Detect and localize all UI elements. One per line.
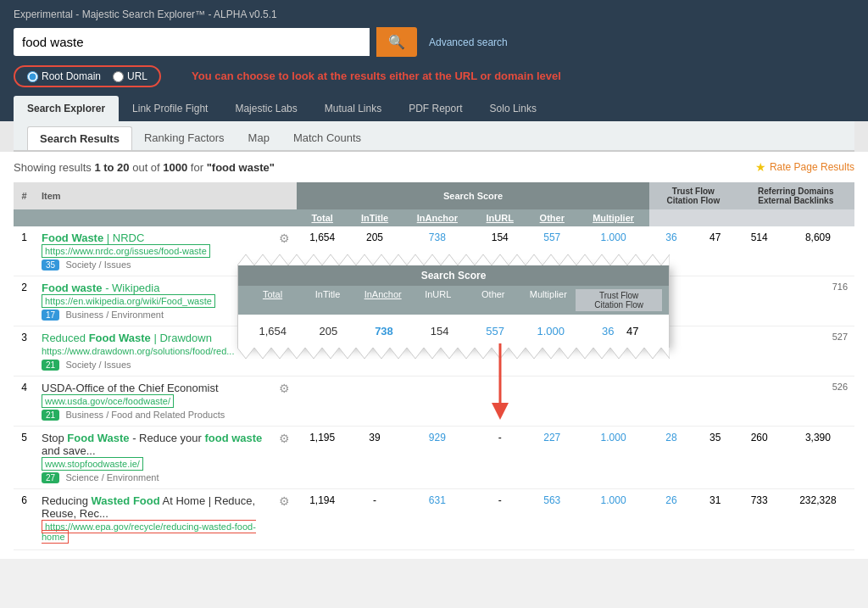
item-title: USDA-Office of the Chief Economist: [42, 382, 265, 394]
url-text[interactable]: www.usda.gov/oce/foodwaste/: [42, 394, 174, 408]
trust-link[interactable]: 26: [665, 494, 676, 506]
url-text[interactable]: https://www.nrdc.org/issues/food-waste: [42, 244, 210, 258]
advanced-search-link[interactable]: Advanced search: [429, 36, 508, 48]
backlinks-cell: 3,390: [782, 427, 854, 489]
gear-cell[interactable]: ⚙: [272, 427, 297, 489]
col-search-score: Search Score: [297, 182, 649, 209]
search-score-empty: [297, 276, 649, 326]
table-row: 6 Reducing Wasted Food At Home | Reduce,…: [14, 489, 854, 550]
gear-icon: ⚙: [279, 231, 290, 245]
trust-link[interactable]: 36: [665, 231, 676, 243]
sub-col-other[interactable]: Other: [540, 213, 565, 223]
sub-tab-ranking-factors[interactable]: Ranking Factors: [132, 126, 236, 150]
title-text: USDA-Office of the Chief Economist: [42, 382, 219, 394]
sub-tab-map[interactable]: Map: [236, 126, 281, 150]
radio-row: Root Domain URL You can choose to look a…: [14, 65, 854, 87]
inanchor-link[interactable]: 631: [429, 494, 446, 506]
url-text[interactable]: https://www.drawdown.org/solutions/food/…: [42, 346, 234, 356]
url-text[interactable]: https://en.wikipedia.org/wiki/Food_waste: [42, 294, 215, 308]
title-bold: Food Waste: [67, 432, 129, 444]
tab-link-profile-fight[interactable]: Link Profile Fight: [119, 96, 221, 121]
trust-link[interactable]: 28: [665, 432, 676, 443]
other-link[interactable]: 557: [543, 231, 560, 243]
inanchor-link[interactable]: 929: [429, 432, 446, 443]
sub-tab-match-counts[interactable]: Match Counts: [281, 126, 373, 150]
intitle-cell: 205: [348, 226, 401, 276]
showing-info: Showing results 1 to 20 out of 1000 for …: [14, 161, 275, 174]
url-radio[interactable]: [113, 71, 124, 82]
gear-cell[interactable]: ⚙: [272, 226, 297, 276]
sub-col-multiplier[interactable]: Multiplier: [593, 213, 634, 223]
item-category: 27 Science / Environment: [42, 471, 265, 483]
citation-flow-cell: [693, 276, 737, 326]
table-row: 1 Food Waste | NRDC https://www.nrdc.org…: [14, 226, 854, 276]
url-text[interactable]: https://www.epa.gov/recycle/reducing-was…: [42, 520, 256, 544]
sub-col-intitle[interactable]: InTitle: [361, 213, 388, 223]
tab-solo-links[interactable]: Solo Links: [476, 96, 550, 121]
sub-tab-search-results[interactable]: Search Results: [27, 126, 132, 150]
sub-col-inurl[interactable]: InURL: [487, 213, 514, 223]
search-button[interactable]: 🔍: [376, 27, 417, 57]
row-item: Reduced Food Waste | Drawdown https://ww…: [35, 326, 272, 377]
gear-icon: ⚙: [279, 332, 290, 345]
title-bold: Wasted Food: [92, 494, 160, 507]
row-item: Food Waste | NRDC https://www.nrdc.org/i…: [35, 226, 272, 276]
intitle-cell: 39: [348, 427, 401, 489]
gear-cell[interactable]: ⚙: [272, 489, 297, 550]
gear-cell[interactable]: ⚙: [272, 326, 297, 377]
app-title: Experimental - Majestic Search Explorer™…: [14, 8, 854, 20]
url-text[interactable]: www.stopfoodwaste.ie/: [42, 457, 143, 471]
trust-flow-cell: [649, 377, 693, 427]
category-text: Business / Environment: [65, 310, 164, 320]
other-cell: 227: [527, 427, 578, 489]
sub-col-total[interactable]: Total: [311, 213, 332, 223]
total-cell: 1,195: [297, 427, 348, 489]
title-prefix: Reducing: [42, 494, 92, 507]
multiplier-link[interactable]: 1.000: [601, 231, 626, 243]
col-gear: [272, 182, 297, 209]
category-text: Society / Issues: [65, 259, 131, 270]
item-url: https://www.epa.gov/recycle/reducing-was…: [42, 522, 265, 542]
title-end: and save...: [42, 444, 96, 457]
sub-col-inanchor[interactable]: InAnchor: [417, 213, 458, 223]
star-icon: ★: [755, 160, 766, 174]
title-prefix: Stop: [42, 432, 67, 444]
trust-flow-cell: [649, 276, 693, 326]
backlinks-cell: 8,609: [782, 226, 854, 276]
col-referring-domains: Referring DomainsExternal Backlinks: [737, 182, 854, 209]
title-bold: Food waste: [42, 282, 103, 294]
root-domain-radio[interactable]: [27, 71, 38, 82]
results-table: # Item Search Score Trust FlowCitation F…: [14, 182, 854, 550]
title-rest: - Wikipedia: [105, 282, 159, 294]
trust-flow-cell: 26: [649, 489, 693, 550]
search-score-empty: [297, 326, 649, 377]
other-link[interactable]: 227: [543, 432, 560, 443]
tab-mutual-links[interactable]: Mutual Links: [311, 96, 395, 121]
multiplier-link[interactable]: 1.000: [601, 432, 626, 443]
tab-majestic-labs[interactable]: Majestic Labs: [221, 96, 310, 121]
item-title: Food waste - Wikipedia: [42, 282, 265, 294]
title-bold: Food Waste: [42, 231, 103, 244]
ref-domains-cell: 733: [737, 489, 782, 550]
category-badge: 17: [42, 310, 59, 321]
col-item: Item: [35, 182, 272, 209]
gear-cell[interactable]: ⚙: [272, 276, 297, 326]
inanchor-link[interactable]: 738: [429, 231, 446, 243]
row-item: Reducing Wasted Food At Home | Reduce, R…: [35, 489, 272, 550]
other-link[interactable]: 563: [543, 494, 560, 506]
inurl-cell: -: [473, 489, 527, 550]
gear-icon: ⚙: [279, 494, 290, 508]
inanchor-cell: 929: [402, 427, 473, 489]
search-input[interactable]: [14, 28, 370, 56]
rate-page[interactable]: ★ Rate Page Results: [755, 160, 854, 174]
gear-cell[interactable]: ⚙: [272, 377, 297, 427]
row-item: Stop Food Waste - Reduce your food waste…: [35, 427, 272, 489]
tab-pdf-report[interactable]: PDF Report: [395, 96, 476, 121]
backlinks-cell: 527: [782, 326, 854, 377]
url-label[interactable]: URL: [113, 70, 147, 82]
tab-search-explorer[interactable]: Search Explorer: [14, 96, 119, 121]
multiplier-link[interactable]: 1.000: [601, 494, 626, 506]
showing-text: Showing results 1 to 20 out of 1000 for …: [14, 160, 854, 174]
root-domain-label[interactable]: Root Domain: [27, 70, 101, 82]
header: Experimental - Majestic Search Explorer™…: [0, 0, 868, 121]
